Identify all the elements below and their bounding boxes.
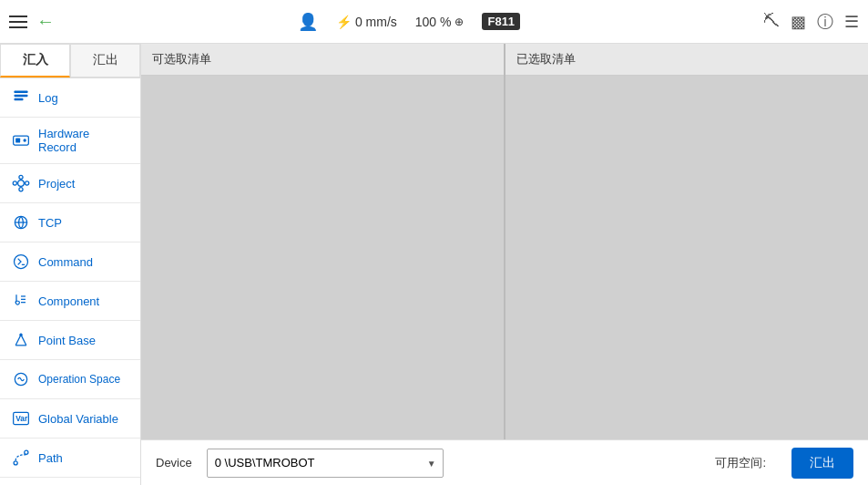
sidebar-item-label-path: Path [38, 451, 63, 465]
device-select-wrapper[interactable]: 0 \USB\TMROBOT ▼ [207, 449, 444, 478]
sidebar-item-command[interactable]: Command [0, 242, 140, 282]
user-icon: 👤 [298, 12, 318, 32]
svg-point-24 [25, 450, 28, 454]
topbar-right: ⛏ ▩ ⓘ ☰ [763, 11, 859, 33]
f811-badge: F811 [482, 13, 520, 30]
svg-point-6 [18, 181, 25, 187]
svg-point-18 [19, 334, 22, 336]
list-panels: 可选取清单 已选取清单 [141, 44, 868, 439]
user-status: 👤 [298, 12, 318, 32]
project-icon [11, 173, 31, 193]
command-icon [11, 252, 31, 272]
variable-icon: Var [11, 408, 31, 428]
log-icon [11, 88, 31, 108]
percent-icon: ⊕ [454, 15, 464, 28]
bottom-bar: Device 0 \USB\TMROBOT ▼ 可用空间: 汇出 [141, 439, 868, 485]
available-list-panel: 可选取清单 [141, 44, 504, 439]
path-icon [11, 448, 31, 468]
speed-icon: ⚡ [336, 15, 352, 29]
device-label: Device [156, 456, 192, 470]
topbar-center: 👤 ⚡ 0 mm/s 100 % ⊕ F811 [62, 12, 756, 32]
hamburger-icon[interactable] [9, 15, 27, 28]
percent-value: 100 % [415, 15, 452, 29]
sidebar-item-global-variable[interactable]: Var Global Variable [0, 399, 140, 439]
tcp-icon [11, 212, 31, 232]
sidebar-item-label-component: Component [38, 294, 99, 308]
speed-display: ⚡ 0 mm/s [336, 15, 397, 29]
sidebar-item-label-pointbase: Point Base [38, 334, 96, 347]
device-select[interactable]: 0 \USB\TMROBOT [207, 449, 444, 478]
tab-export[interactable]: 汇出 [70, 44, 140, 77]
svg-rect-1 [15, 95, 28, 98]
svg-text:Var: Var [15, 414, 28, 423]
svg-point-7 [13, 181, 16, 185]
available-list-header: 可选取清单 [141, 44, 504, 76]
sidebar-tabs: 汇入 汇出 [0, 44, 140, 78]
tab-import[interactable]: 汇入 [0, 44, 70, 77]
sidebar-item-operation-space[interactable]: Operation Space [0, 360, 140, 399]
sidebar-item-label-project: Project [38, 177, 75, 191]
component-icon [11, 291, 31, 311]
sidebar-item-tcp[interactable]: TCP [0, 203, 140, 242]
sidebar-item-point-base[interactable]: Point Base [0, 321, 140, 360]
sidebar-item-hardware-record[interactable]: Hardware Record [0, 118, 140, 164]
sidebar-item-component[interactable]: Component [0, 282, 140, 321]
svg-rect-4 [15, 139, 20, 143]
sidebar-item-label-tcp: TCP [38, 216, 62, 230]
pointbase-icon [11, 330, 31, 350]
menu-icon[interactable]: ☰ [844, 12, 859, 32]
main-container: 汇入 汇出 Log Hardware Record [0, 44, 868, 485]
topbar-left: ← [9, 11, 55, 32]
svg-point-23 [14, 461, 17, 465]
svg-point-8 [26, 181, 29, 185]
robot-icon[interactable]: ⛏ [763, 12, 780, 31]
topbar: ← 👤 ⚡ 0 mm/s 100 % ⊕ F811 ⛏ ▩ ⓘ ☰ [0, 0, 868, 44]
sidebar-item-label-command: Command [38, 255, 93, 269]
svg-rect-0 [15, 91, 28, 94]
svg-point-5 [24, 139, 26, 141]
svg-rect-2 [15, 98, 24, 101]
svg-point-10 [19, 188, 23, 191]
selected-list-body [505, 76, 868, 439]
sidebar-item-label-operation: Operation Space [38, 373, 120, 386]
selected-list-header: 已选取清单 [505, 44, 868, 76]
back-icon[interactable]: ← [36, 11, 55, 32]
sidebar-items: Log Hardware Record Project [0, 78, 140, 485]
speed-value: 0 mm/s [355, 15, 397, 29]
sidebar: 汇入 汇出 Log Hardware Record [0, 44, 141, 485]
sidebar-item-label-variable: Global Variable [38, 412, 118, 426]
percent-display: 100 % ⊕ [415, 15, 465, 29]
info-icon[interactable]: ⓘ [817, 11, 833, 33]
hardware-icon [11, 130, 31, 150]
content-area: 可选取清单 已选取清单 Device 0 \USB\TMROBOT ▼ 可用空间… [141, 44, 868, 485]
sidebar-item-label-hardware: Hardware Record [38, 127, 129, 154]
sidebar-item-project[interactable]: Project [0, 164, 140, 203]
monitor-icon[interactable]: ▩ [791, 12, 806, 32]
operation-icon [11, 369, 31, 389]
sidebar-item-log[interactable]: Log [0, 78, 140, 118]
svg-point-9 [19, 175, 23, 179]
space-label: 可用空间: [715, 455, 766, 471]
sidebar-item-path[interactable]: Path [0, 439, 140, 478]
selected-list-panel: 已选取清单 [504, 44, 868, 439]
available-list-body [141, 76, 504, 439]
sidebar-item-label-log: Log [38, 91, 58, 105]
export-button[interactable]: 汇出 [791, 448, 853, 479]
